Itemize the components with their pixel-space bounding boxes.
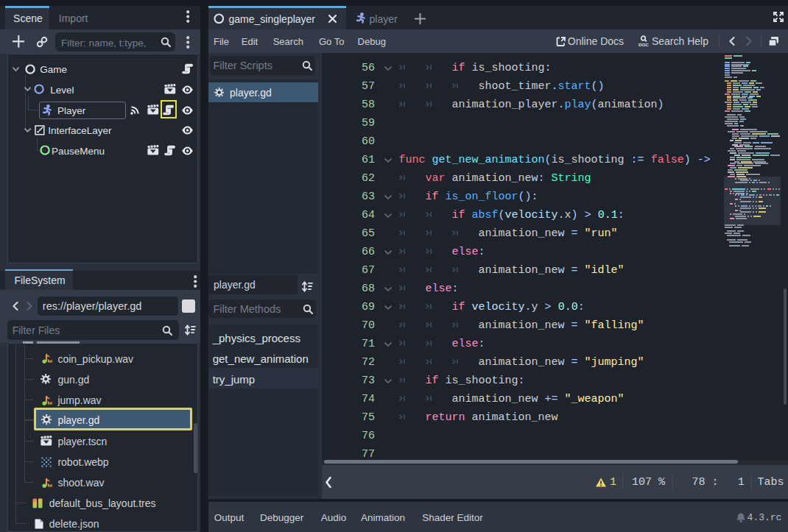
svg-text:DOC: DOC bbox=[639, 42, 649, 47]
